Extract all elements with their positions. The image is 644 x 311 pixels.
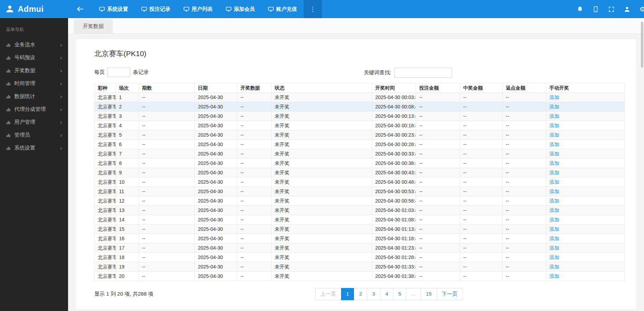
cell-lottery: 北京赛车(PK10)	[95, 149, 116, 159]
sidebar-item-label: 号码预设	[14, 54, 57, 61]
results-summary: 显示 1 到 20 项, 共288 项	[94, 291, 153, 297]
column-header: 状态	[272, 83, 372, 93]
pagination-button[interactable]: ...	[406, 288, 421, 300]
add-draw-link[interactable]: 添加	[549, 160, 559, 166]
table-row: 北京赛车(PK10) 5 -- 2025-04-30 -- 未开奖 2025-0…	[95, 130, 625, 140]
add-draw-link[interactable]: 添加	[549, 151, 559, 157]
pagination-button[interactable]: 2	[354, 288, 367, 300]
add-draw-link[interactable]: 添加	[549, 170, 559, 175]
top-nav-item[interactable]: 投注记录	[135, 0, 177, 18]
cell-bet-amount: --	[416, 149, 460, 159]
vertical-scrollbar[interactable]	[641, 22, 643, 68]
sidebar-item[interactable]: 号码预设 ›	[0, 51, 68, 64]
cell-win-amount: --	[460, 121, 503, 130]
pagination-button[interactable]: 15	[421, 288, 437, 300]
sidebar-item[interactable]: 时间管理 ›	[0, 77, 68, 90]
admui-logo-icon	[5, 4, 15, 14]
chart-icon	[6, 55, 11, 60]
back-button[interactable]	[68, 0, 92, 18]
top-nav-label: 账户充值	[276, 6, 297, 13]
cell-status: 未开奖	[272, 206, 372, 215]
cell-period: --	[139, 196, 195, 206]
pagination-button[interactable]: 下一页	[437, 288, 463, 300]
add-draw-link[interactable]: 添加	[549, 113, 559, 119]
cell-manual-draw: 添加	[546, 102, 625, 112]
sidebar-item[interactable]: 用户管理 ›	[0, 116, 68, 129]
add-draw-link[interactable]: 添加	[549, 245, 559, 251]
add-draw-link[interactable]: 添加	[549, 142, 559, 147]
cell-rebate-amount: --	[503, 93, 546, 102]
add-draw-link[interactable]: 添加	[549, 189, 559, 194]
top-nav-item[interactable]: 添加会员	[219, 0, 261, 18]
sidebar-item[interactable]: 数据统计 ›	[0, 90, 68, 103]
tablet-icon[interactable]	[592, 6, 599, 13]
per-page-input[interactable]	[108, 68, 130, 77]
add-draw-link[interactable]: 添加	[549, 123, 559, 128]
bell-icon[interactable]	[577, 6, 583, 13]
more-menu-button[interactable]: ⋮	[304, 0, 322, 18]
per-page-suffix: 条记录	[133, 69, 149, 76]
sidebar-item[interactable]: 业务流水 ›	[0, 38, 68, 51]
top-nav-label: 投注记录	[149, 6, 170, 13]
add-draw-link[interactable]: 添加	[549, 273, 559, 279]
top-nav-item[interactable]: 系统设置	[92, 0, 135, 18]
sidebar-item[interactable]: 系统设置 ›	[0, 142, 68, 154]
user-icon[interactable]	[624, 6, 630, 13]
cell-manual-draw: 添加	[546, 112, 625, 121]
top-nav: 系统设置 投注记录 用户列表	[92, 0, 304, 18]
cell-period: --	[139, 149, 195, 159]
gear-icon[interactable]: ⚙	[639, 5, 644, 13]
pagination-button[interactable]: 4	[380, 288, 393, 300]
add-draw-link[interactable]: 添加	[549, 207, 559, 213]
add-draw-link[interactable]: 添加	[549, 104, 559, 109]
chart-icon	[6, 43, 11, 47]
add-draw-link[interactable]: 添加	[549, 179, 559, 185]
column-header: 日期	[195, 83, 237, 93]
cell-win-amount: --	[460, 215, 503, 225]
cell-status: 未开奖	[272, 168, 372, 177]
add-draw-link[interactable]: 添加	[549, 198, 559, 204]
cell-draw-time: 2025-04-30 01:08:40	[372, 215, 416, 225]
cell-lottery: 北京赛车(PK10)	[95, 168, 116, 177]
sidebar-item-label: 数据统计	[14, 93, 57, 100]
brand[interactable]: Admui	[0, 0, 68, 18]
add-draw-link[interactable]: 添加	[549, 217, 559, 222]
sidebar-item-label: 开奖数据	[14, 67, 57, 74]
cell-lottery: 北京赛车(PK10)	[95, 121, 116, 130]
pagination-button[interactable]: 上一页	[315, 288, 341, 300]
lottery-table: 彩种 场次 期数 日期 开奖数据 状态	[94, 83, 625, 281]
add-draw-link[interactable]: 添加	[549, 255, 559, 260]
fullscreen-icon[interactable]	[608, 6, 615, 13]
cell-draw-time: 2025-04-30 00:38:40	[372, 159, 416, 168]
top-header: Admui 系统设置 投注记录	[0, 0, 644, 18]
add-draw-link[interactable]: 添加	[549, 264, 559, 270]
cell-manual-draw: 添加	[546, 243, 625, 253]
cell-manual-draw: 添加	[546, 196, 625, 206]
pagination-button[interactable]: 5	[393, 288, 406, 300]
cell-manual-draw: 添加	[546, 93, 625, 102]
cell-bet-amount: --	[416, 215, 460, 225]
pagination-button[interactable]: 3	[367, 288, 380, 300]
top-nav-item[interactable]: 用户列表	[177, 0, 219, 18]
add-draw-link[interactable]: 添加	[549, 226, 559, 232]
top-nav-item[interactable]: 账户充值	[261, 0, 304, 18]
sidebar-item[interactable]: 管理员 ›	[0, 129, 68, 142]
table-row: 北京赛车(PK10) 1 -- 2025-04-30 -- 未开奖 2025-0…	[95, 93, 625, 102]
tab-lottery-data[interactable]: 开奖数据	[74, 19, 113, 33]
cell-date: 2025-04-30	[195, 112, 237, 121]
column-header: 场次	[116, 83, 139, 93]
pagination-button[interactable]: 1	[341, 288, 354, 300]
cell-lottery: 北京赛车(PK10)	[95, 215, 116, 225]
chevron-right-icon: ›	[60, 106, 62, 112]
sidebar-item[interactable]: 代理分成管理 ›	[0, 103, 68, 116]
sidebar-item[interactable]: 开奖数据 ›	[0, 64, 68, 77]
table-row: 北京赛车(PK10) 9 -- 2025-04-30 -- 未开奖 2025-0…	[95, 168, 625, 177]
add-draw-link[interactable]: 添加	[549, 236, 559, 241]
chart-icon	[6, 68, 11, 73]
search-input[interactable]	[394, 68, 452, 78]
cell-manual-draw: 添加	[546, 140, 625, 149]
cell-status: 未开奖	[272, 243, 372, 253]
cell-bet-amount: --	[416, 93, 460, 102]
add-draw-link[interactable]: 添加	[549, 94, 559, 100]
add-draw-link[interactable]: 添加	[549, 132, 559, 138]
